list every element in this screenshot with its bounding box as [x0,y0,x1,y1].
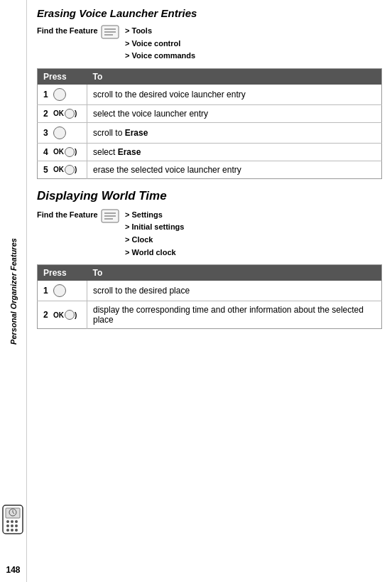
svg-point-8 [6,529,9,532]
table-row: 1 scroll to the desired place [38,281,382,301]
step-number: 3 [43,128,50,138]
table-row: 2 OK ) select the voice launcher entry [38,104,382,122]
table-row: 2 OK ) display the corresponding time an… [38,301,382,329]
step-cell: 1 [43,88,81,101]
table-row: 5 OK ) erase the selected voice launcher… [38,161,382,178]
sidebar-label: Personal Organizer Features [9,238,18,345]
step-cell: 2 OK ) [43,109,81,119]
svg-point-5 [6,524,9,527]
step-cell: 4 OK ) [43,147,81,157]
step-cell: 5 OK ) [43,165,81,175]
step-clock: > Clock [125,234,184,247]
section1-table: Press To 1 scroll to the desired voice l… [37,68,382,179]
step-number: 2 [43,109,50,119]
step-voice-commands: > Voice commands [125,50,195,63]
main-content: Erasing Voice Launcher Entries Find the … [27,0,392,582]
section2-find-feature-steps: > Settings > Initial settings > Clock > … [125,209,184,259]
ok-button: OK ) [53,165,77,175]
ok-button: OK ) [53,310,77,320]
svg-point-4 [15,520,18,523]
section2-table: Press To 1 scroll to the desired place [37,264,382,329]
instruction-text: erase the selected voice launcher entry [87,161,382,178]
table2-header-press: Press [38,265,87,281]
section1-find-feature: Find the Feature > Tools > Voice control… [37,25,382,63]
step-number: 1 [43,286,50,296]
svg-point-3 [11,520,13,523]
section2-title: Displaying World Time [37,189,382,203]
instruction-text: scroll to Erase [87,122,382,143]
section2-find-feature: Find the Feature > Settings > Initial se… [37,209,382,259]
section1-find-feature-steps: > Tools > Voice control > Voice commands [125,25,195,63]
step-cell: 2 OK ) [43,310,81,320]
svg-rect-1 [6,508,20,518]
instruction-text: scroll to the desired place [87,281,382,301]
table-row: 4 OK ) select Erase [38,143,382,161]
scroll-button [53,126,66,139]
svg-point-2 [6,520,9,523]
step-world-clock: > World clock [125,247,184,259]
table2-header-to: To [87,265,382,281]
step-number: 4 [43,147,50,157]
scroll-button [53,284,66,297]
step-cell: 1 [43,284,81,297]
instruction-text: display the corresponding time and other… [87,301,382,329]
ok-button: OK ) [53,109,77,119]
step-number: 5 [43,165,50,175]
instruction-text: select the voice launcher entry [87,104,382,122]
instruction-text: select Erase [87,143,382,161]
step-cell: 3 [43,126,81,139]
sidebar: Personal Organizer Features 148 [0,0,27,582]
step-voice-control: > Voice control [125,38,195,50]
scroll-button [53,88,66,101]
svg-point-7 [15,524,18,527]
step-number: 1 [43,90,50,99]
table1-header-to: To [87,68,382,85]
table-row: 1 scroll to the desired voice launcher e… [38,85,382,105]
section2-find-feature-label: Find the Feature [37,210,101,219]
svg-point-6 [11,524,13,527]
menu-icon-1 [101,25,121,41]
step-tools: > Tools [125,25,195,38]
table-row: 3 scroll to Erase [38,122,382,143]
menu-icon-2 [101,209,121,225]
page-number: 148 [6,565,20,575]
instruction-text: scroll to the desired voice launcher ent… [87,85,382,105]
svg-point-10 [15,529,18,532]
ok-button: OK ) [53,147,77,157]
svg-point-9 [11,529,13,532]
step-initial-settings: > Initial settings [125,221,184,234]
device-icon [1,504,26,539]
step-settings: > Settings [125,209,184,222]
step-number: 2 [43,310,50,320]
table1-header-press: Press [38,68,87,85]
section1-title: Erasing Voice Launcher Entries [37,7,382,19]
section1-find-feature-label: Find the Feature [37,26,101,35]
